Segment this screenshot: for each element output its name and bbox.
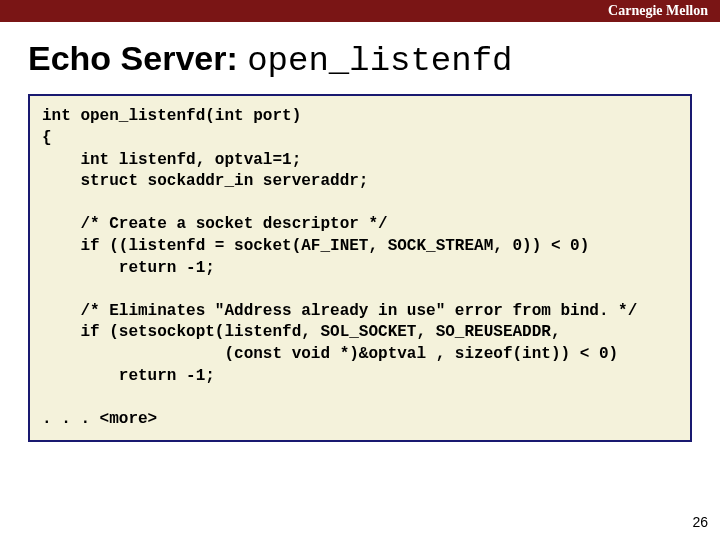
page-number: 26 [692, 514, 708, 530]
code-l11: if (setsockopt(listenfd, SOL_SOCKET, SO_… [42, 323, 560, 341]
code-l06: /* Create a socket descriptor */ [42, 215, 388, 233]
slide-title: Echo Server: open_listenfd [28, 39, 512, 77]
code-l10: /* Eliminates "Address already in use" e… [42, 302, 637, 320]
code-l01: int open_listenfd(int port) [42, 107, 301, 125]
header-bar: Carnegie Mellon [0, 0, 720, 22]
code-l07: if ((listenfd = socket(AF_INET, SOCK_STR… [42, 237, 589, 255]
code-l04: struct sockaddr_in serveraddr; [42, 172, 368, 190]
code-l15: . . . <more> [42, 410, 157, 428]
code-l08: return -1; [42, 259, 215, 277]
title-wrap: Echo Server: open_listenfd [0, 22, 720, 94]
brand-label: Carnegie Mellon [608, 3, 708, 19]
code-l13: return -1; [42, 367, 215, 385]
title-func: open_listenfd [247, 42, 512, 80]
code-l02: { [42, 129, 52, 147]
title-prefix: Echo Server: [28, 39, 247, 77]
code-l12: (const void *)&optval , sizeof(int)) < 0… [42, 345, 618, 363]
code-l03: int listenfd, optval=1; [42, 151, 301, 169]
code-box: int open_listenfd(int port) { int listen… [28, 94, 692, 442]
